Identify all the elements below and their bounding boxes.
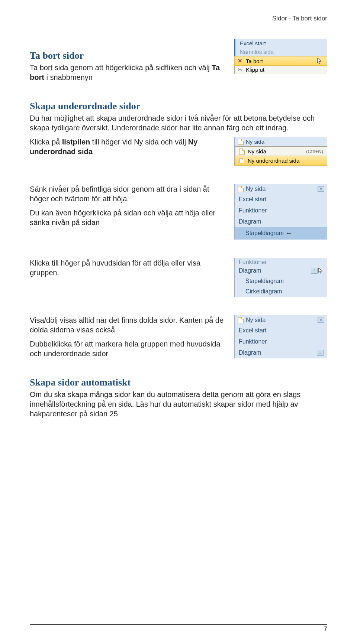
screenshot-new-sub-page: Ny sida Ny sida (Ctrl+N) Ny underordnad … [234, 137, 327, 166]
text-span: i snabbmenyn [44, 73, 93, 81]
page-icon [238, 139, 244, 145]
cursor-icon [318, 267, 324, 274]
para-hogerklicka-niva: Du kan även högerklicka på sidan och väl… [30, 208, 230, 227]
para-skapa-underordnade-2: Klicka på listpilen till höger vid Ny si… [30, 137, 230, 156]
menu-item-ny-sida[interactable]: Ny sida (Ctrl+N) [235, 147, 327, 156]
new-page-button[interactable]: Ny sida [235, 137, 327, 146]
page-icon [238, 317, 244, 323]
label: Diagram [239, 267, 261, 274]
text-bold: listpilen [62, 138, 90, 146]
para-sank-nivaer: Sänk nivåer på befintliga sidor genom at… [30, 184, 230, 204]
list-item[interactable]: Funktioner [235, 205, 327, 216]
para-ta-bort: Ta bort sida genom att högerklicka på si… [30, 63, 230, 82]
list-item[interactable]: Excel start [235, 325, 327, 336]
menu-label: Ny underordnad sida [248, 157, 299, 164]
list-item-collapsed[interactable]: Diagram ⌄ [235, 347, 327, 358]
page-icon [239, 149, 245, 155]
list-item[interactable]: Funktioner [235, 258, 327, 266]
para-visa-dolj-info: Visa/dölj visas alltid när det finns dol… [30, 315, 230, 335]
new-page-button[interactable]: Ny sida ▾ [235, 184, 327, 194]
para-skapa-automatiskt: Om du ska skapa många sidor kan du autom… [30, 390, 327, 419]
label: Diagram [239, 349, 261, 356]
text-span: Ta bort sida genom att högerklicka på si… [30, 64, 212, 72]
label: Ny sida [246, 317, 266, 323]
list-item[interactable]: Excel start [235, 194, 327, 205]
cursor-icon [317, 58, 322, 64]
text-span: till höger vid Ny sida och välj [90, 138, 188, 146]
list-item[interactable]: Stapeldiagram [235, 276, 327, 286]
context-menu-item-delete[interactable]: ✕ Ta bort [234, 56, 327, 66]
heading-skapa-automatiskt: Skapa sidor automatiskt [30, 377, 327, 388]
menu-label: Klipp ut [246, 66, 264, 73]
para-skapa-underordnade-1: Du har möjlighet att skapa underordnade … [30, 113, 327, 133]
list-item-dragging[interactable]: Stapeldiagram [235, 227, 327, 240]
list-item[interactable]: Funktioner [235, 336, 327, 347]
scissors-icon: ✂ [237, 67, 243, 73]
mini-sidebar: Excel start Namnlös sida [234, 39, 327, 56]
chevron-down-icon[interactable]: ▾ [318, 318, 324, 323]
para-dolja-visa: Klicka till höger på huvudsidan för att … [30, 258, 230, 277]
para-dubbelklicka: Dubbelklicka för att markera hela gruppe… [30, 339, 230, 358]
menu-label: Ny sida [248, 148, 266, 155]
shortcut-label: (Ctrl+N) [306, 149, 323, 154]
label: Ny sida [246, 186, 266, 192]
context-menu-item-cut[interactable]: ✂ Klipp ut [235, 65, 327, 74]
screenshot-drag-level: Ny sida ▾ Excel start Funktioner Diagram… [234, 184, 327, 240]
text-span: Klicka på [30, 138, 62, 146]
menu-label: Ta bort [246, 58, 263, 64]
page-icon [239, 158, 244, 163]
list-item[interactable]: Cirkeldiagram [235, 286, 327, 297]
screenshot-context-menu: Excel start Namnlös sida ✕ Ta bort ✂ Kli… [234, 39, 327, 82]
page-header: Sidor - Ta bort sidor [30, 15, 327, 24]
page-footer: 7 [30, 624, 327, 633]
screenshot-collapsed-group: Ny sida ▾ Excel start Funktioner Diagram… [234, 315, 327, 358]
page-icon [238, 186, 244, 192]
new-page-label: Ny sida [246, 139, 264, 145]
collapse-toggle[interactable]: ⌃ [311, 268, 318, 274]
menu-item-ny-underordnad[interactable]: Ny underordnad sida [235, 156, 327, 166]
list-item[interactable]: Diagram [235, 216, 327, 227]
list-item-diagram[interactable]: Diagram ⌃ [235, 266, 327, 276]
screenshot-collapse-group: Funktioner Diagram ⌃ Stapeldiagram Cirke… [234, 258, 327, 297]
heading-skapa-underordnade: Skapa underordnade sidor [30, 101, 327, 112]
section-ta-bort-sidor: Ta bort sidor Ta bort sida genom att hög… [30, 39, 327, 82]
context-menu: ✕ Ta bort ✂ Klipp ut [234, 56, 327, 74]
x-icon: ✕ [237, 58, 243, 64]
sidebar-row: Namnlös sida [235, 48, 327, 56]
expand-toggle[interactable]: ⌄ [317, 350, 324, 356]
chevron-down-icon[interactable]: ▾ [318, 186, 324, 192]
sidebar-row: Excel start [235, 39, 327, 48]
heading-ta-bort-sidor: Ta bort sidor [30, 50, 230, 61]
new-page-button[interactable]: Ny sida ▾ [235, 315, 327, 325]
